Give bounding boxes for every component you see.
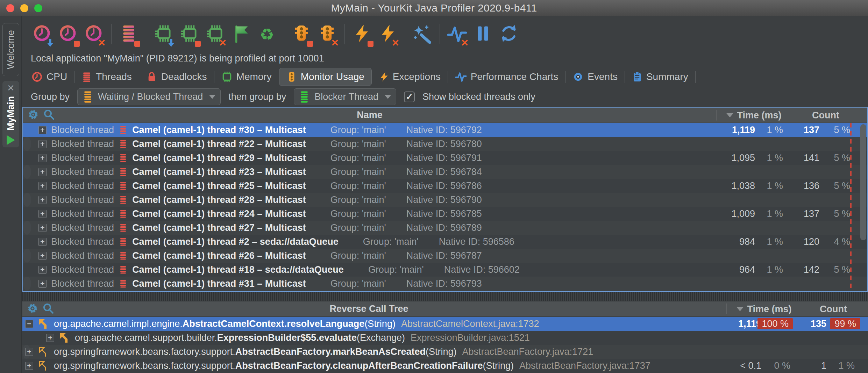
monitor-table-row[interactable]: +Blocked threadCamel (camel-1) thread #2… (23, 221, 31, 235)
expand-icon[interactable]: + (38, 238, 47, 246)
clear-telemetry-button[interactable]: ✕ (446, 21, 468, 47)
pause-button[interactable] (472, 21, 494, 47)
thread-name: Camel (camel-1) thread #22 – Multicast (132, 139, 306, 149)
panel-splitter[interactable] (22, 292, 868, 301)
inspections-button[interactable] (412, 21, 433, 47)
monitor-table-row[interactable]: +Blocked threadCamel (camel-1) thread #2… (23, 179, 867, 193)
thread-red-icon (119, 181, 127, 191)
expand-icon[interactable]: + (38, 168, 47, 176)
thread-name: Camel (camel-1) thread #28 – Multicast (132, 195, 306, 205)
stop-thread-telemetry-button[interactable] (118, 21, 140, 47)
then-group-by-dropdown[interactable]: Blocker Thread (294, 88, 396, 105)
reverse-tree-row[interactable]: + org.springframework.beans.factory.supp… (22, 345, 30, 359)
monitor-table-row[interactable]: +Blocked threadCamel (camel-1) thread #3… (23, 123, 867, 137)
clear-badge-icon: ✕ (461, 39, 469, 47)
thread-state-label: Blocked thread (51, 209, 114, 219)
thread-red-icon (119, 125, 127, 135)
tab-performance-charts[interactable]: Performance Charts (448, 68, 565, 86)
stop-cpu-profiling-button[interactable] (57, 21, 79, 47)
thread-group: Group: 'main' (330, 250, 386, 261)
expand-icon[interactable]: + (38, 224, 47, 232)
method-package: org.springframework.beans.factory.suppor… (54, 360, 235, 371)
count-column-header[interactable]: Count (792, 108, 860, 123)
group-by-dropdown[interactable]: Waiting / Blocked Thread (77, 88, 221, 105)
monitor-table-row[interactable]: +Blocked threadCamel (camel-1) thread #3… (23, 277, 31, 291)
expand-icon[interactable]: + (38, 280, 47, 288)
sidebar-tab-mymain-label: MyMain (6, 96, 16, 131)
thread-native-id: Native ID: 596602 (444, 264, 520, 275)
pulseSmall-icon (455, 71, 467, 82)
thread-red-icon (119, 278, 127, 289)
force-gc-button[interactable]: ♻ (256, 21, 278, 47)
start-cpu-profiling-button[interactable] (31, 21, 53, 47)
tab-monitor-usage[interactable]: Monitor Usage (279, 68, 372, 86)
refresh-button[interactable] (498, 21, 520, 47)
start-allocation-recording-button[interactable] (152, 21, 174, 47)
stop-monitor-profiling-button[interactable] (291, 21, 312, 47)
expand-icon[interactable]: + (38, 266, 47, 274)
tab-deadlocks[interactable]: Deadlocks (139, 68, 214, 86)
monitor-table-row[interactable]: +Blocked threadCamel (camel-1) thread #2… (23, 207, 867, 221)
expand-icon[interactable]: + (38, 140, 47, 148)
stop-allocation-recording-button[interactable] (178, 21, 200, 47)
monitor-table-row[interactable]: +Blocked threadCamel (camel-1) thread #2… (23, 249, 31, 263)
reverse-tree-row[interactable]: + org.apache.camel.support.builder.Expre… (22, 331, 868, 345)
thread-native-id: Native ID: 596793 (406, 278, 482, 289)
sidebar-tab-welcome[interactable]: Welcome (2, 23, 19, 76)
monitor-table-row[interactable]: +Blocked threadCamel (camel-1) thread #2… (23, 151, 867, 165)
clear-monitor-data-button[interactable]: ✕ (316, 21, 338, 47)
thread-red-icon (119, 167, 127, 177)
count-value: 1 (821, 360, 826, 371)
time-percent: 1 % (767, 236, 783, 247)
tab-threads[interactable]: Threads (74, 68, 139, 86)
clear-cpu-data-button[interactable]: ✕ (83, 21, 105, 47)
pause-icon (473, 23, 493, 45)
zoom-window-button[interactable] (34, 4, 42, 12)
sidebar-tab-mymain[interactable]: ✕ MyMain (2, 81, 19, 147)
capture-memory-snapshot-button[interactable] (230, 21, 252, 47)
monitor-table-row[interactable]: +Blocked threadCamel (camel-1) thread #1… (23, 263, 867, 277)
close-session-icon[interactable]: ✕ (7, 83, 15, 93)
time-value: 1,038 (731, 181, 755, 191)
tab-exceptions[interactable]: Exceptions (372, 68, 448, 86)
reverse-tree-row[interactable]: − org.apache.camel.impl.engine.AbstractC… (22, 317, 868, 331)
expand-icon[interactable]: − (25, 320, 33, 328)
tab-cpu[interactable]: CPU (24, 68, 74, 86)
tab-events[interactable]: Events (565, 68, 625, 86)
clear-badge-icon: ✕ (219, 39, 227, 47)
clear-exception-data-button[interactable]: ✕ (377, 21, 399, 47)
minimize-window-button[interactable] (20, 4, 28, 12)
expand-icon[interactable]: + (25, 348, 33, 356)
expand-icon[interactable]: + (38, 154, 47, 162)
method-package: org.springframework.beans.factory.suppor… (54, 346, 235, 357)
expand-icon[interactable]: + (46, 334, 54, 342)
thread-native-id: Native ID: 596784 (406, 167, 482, 177)
monitor-table-row[interactable]: +Blocked threadCamel (camel-1) thread #2… (23, 235, 867, 249)
toolbar-separator (440, 24, 440, 44)
expand-icon[interactable]: + (25, 362, 33, 370)
expand-icon[interactable]: + (38, 182, 47, 190)
show-blocked-threads-checkbox[interactable]: ✓ (404, 92, 415, 102)
reverse-tree-row[interactable]: + org.springframework.beans.factory.supp… (22, 359, 868, 373)
monitor-table-row[interactable]: +Blocked threadCamel (camel-1) thread #2… (23, 193, 31, 207)
thread-state-label: Blocked thread (51, 139, 114, 149)
count-column-header[interactable]: Count (802, 301, 865, 317)
clear-allocation-data-button[interactable]: ✕ (204, 21, 226, 47)
expand-icon[interactable]: + (38, 210, 47, 218)
stop-exception-profiling-button[interactable] (351, 21, 373, 47)
close-window-button[interactable] (6, 4, 14, 12)
vertical-scrollbar[interactable] (860, 124, 866, 240)
monitor-table-row[interactable]: +Blocked threadCamel (camel-1) thread #2… (23, 137, 31, 151)
status-line: Local application "MyMain" (PID 89212) i… (31, 53, 324, 64)
source-location: AbstractBeanFactory.java:1721 (462, 346, 593, 357)
expand-icon[interactable]: + (38, 252, 47, 260)
name-column-header[interactable]: Name (23, 110, 716, 120)
expand-icon[interactable]: + (38, 196, 47, 204)
expand-icon[interactable]: + (38, 126, 47, 134)
tab-memory[interactable]: Memory (214, 68, 279, 86)
barsSmall-icon (81, 71, 92, 82)
monitor-table-row[interactable]: +Blocked threadCamel (camel-1) thread #2… (23, 165, 31, 179)
time-column-header[interactable]: Time (ms) (726, 301, 802, 317)
tab-summary[interactable]: Summary (625, 68, 695, 86)
time-column-header[interactable]: Time (ms) (716, 108, 792, 123)
